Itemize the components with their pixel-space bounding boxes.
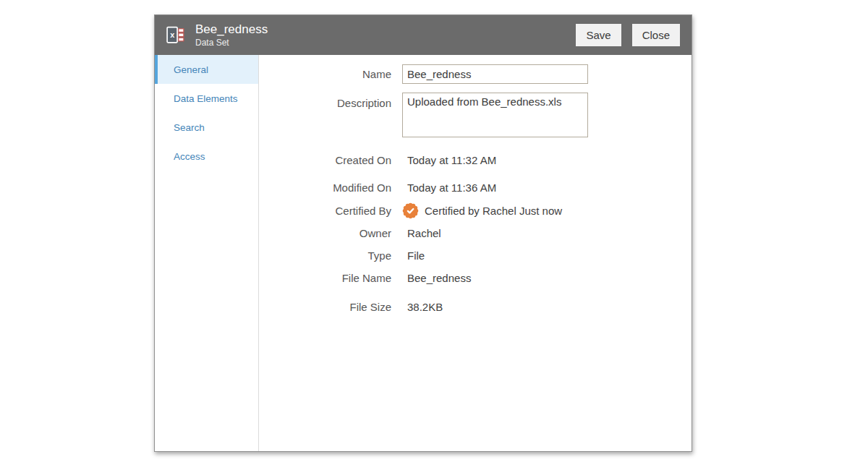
- file-name-value: Bee_redness: [407, 272, 471, 284]
- dialog-header: x Bee_redness Data Set Save Close: [155, 15, 692, 55]
- description-label: Description: [259, 93, 391, 140]
- sidebar-nav: General Data Elements Search Access: [155, 55, 259, 451]
- file-name-label: File Name: [259, 272, 391, 284]
- general-panel: Name Description Uploaded from Bee_redne…: [259, 55, 692, 451]
- close-button[interactable]: Close: [632, 24, 680, 46]
- name-input[interactable]: [402, 64, 588, 84]
- excel-dataset-icon: x: [165, 25, 186, 46]
- sidebar-item-label: Data Elements: [174, 93, 238, 104]
- description-input[interactable]: Uploaded from Bee_redness.xls: [402, 93, 588, 137]
- dialog-title: Bee_redness: [195, 22, 268, 36]
- sidebar-item-label: General: [174, 64, 208, 75]
- file-size-label: File Size: [259, 301, 391, 313]
- owner-label: Owner: [259, 227, 391, 239]
- name-label: Name: [259, 68, 391, 80]
- sidebar-item-data-elements[interactable]: Data Elements: [155, 84, 258, 113]
- file-size-value: 38.2KB: [407, 301, 443, 313]
- modified-on-value: Today at 11:36 AM: [407, 181, 496, 194]
- sidebar-item-general[interactable]: General: [155, 55, 258, 84]
- certified-badge-icon: [402, 202, 419, 219]
- certified-by-label: Certified By: [259, 205, 391, 217]
- sidebar-item-label: Search: [174, 122, 205, 133]
- owner-value: Rachel: [407, 227, 441, 239]
- sidebar-item-label: Access: [174, 151, 205, 162]
- dialog-subtitle: Data Set: [195, 38, 268, 48]
- type-label: Type: [259, 249, 391, 262]
- sidebar-item-access[interactable]: Access: [155, 142, 258, 171]
- modified-on-label: Modified On: [259, 181, 391, 194]
- certified-by-value: Certified by Rachel Just now: [425, 205, 562, 217]
- svg-text:x: x: [170, 30, 174, 39]
- type-value: File: [407, 249, 425, 262]
- dataset-properties-dialog: x Bee_redness Data Set Save Close Genera…: [154, 14, 692, 452]
- save-button[interactable]: Save: [576, 24, 621, 46]
- dialog-titles: Bee_redness Data Set: [195, 22, 268, 48]
- sidebar-item-search[interactable]: Search: [155, 113, 258, 142]
- created-on-label: Created On: [259, 154, 391, 166]
- created-on-value: Today at 11:32 AM: [407, 154, 496, 166]
